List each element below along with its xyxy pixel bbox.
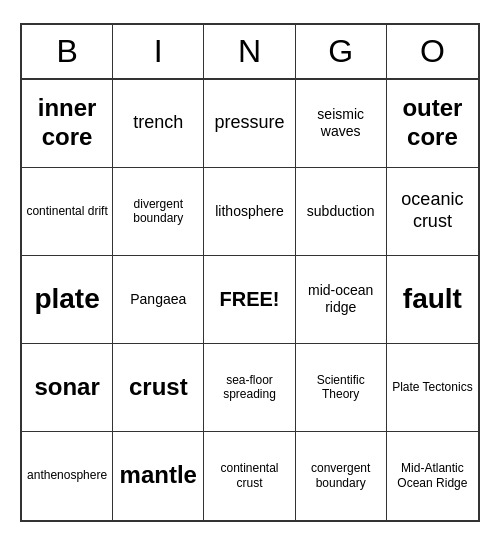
cell-text: anthenosphere — [27, 468, 107, 482]
bingo-cell: mantle — [113, 432, 204, 520]
bingo-cell: subduction — [296, 168, 387, 256]
cell-text: crust — [129, 373, 188, 402]
bingo-cell: seismic waves — [296, 80, 387, 168]
cell-text: inner core — [26, 94, 108, 152]
cell-text: Plate Tectonics — [392, 380, 473, 394]
bingo-cell: continental crust — [204, 432, 295, 520]
bingo-grid: inner coretrenchpressureseismic wavesout… — [22, 80, 478, 520]
bingo-cell: fault — [387, 256, 478, 344]
cell-text: fault — [403, 282, 462, 316]
cell-text: divergent boundary — [117, 197, 199, 226]
bingo-cell: FREE! — [204, 256, 295, 344]
cell-text: oceanic crust — [391, 189, 474, 232]
bingo-cell: lithosphere — [204, 168, 295, 256]
bingo-cell: sea-floor spreading — [204, 344, 295, 432]
cell-text: plate — [34, 282, 99, 316]
cell-text: Mid-Atlantic Ocean Ridge — [391, 461, 474, 490]
cell-text: continental drift — [26, 204, 107, 218]
cell-text: outer core — [391, 94, 474, 152]
header-letter: G — [296, 25, 387, 78]
cell-text: convergent boundary — [300, 461, 382, 490]
header-letter: N — [204, 25, 295, 78]
cell-text: mantle — [120, 461, 197, 490]
bingo-card: BINGO inner coretrenchpressureseismic wa… — [20, 23, 480, 522]
cell-text: lithosphere — [215, 203, 284, 220]
bingo-cell: plate — [22, 256, 113, 344]
bingo-cell: Mid-Atlantic Ocean Ridge — [387, 432, 478, 520]
cell-text: seismic waves — [300, 106, 382, 140]
header-letter: B — [22, 25, 113, 78]
bingo-cell: crust — [113, 344, 204, 432]
bingo-cell: convergent boundary — [296, 432, 387, 520]
cell-text: trench — [133, 112, 183, 134]
bingo-cell: Plate Tectonics — [387, 344, 478, 432]
bingo-header: BINGO — [22, 25, 478, 80]
bingo-cell: Scientific Theory — [296, 344, 387, 432]
bingo-cell: inner core — [22, 80, 113, 168]
cell-text: pressure — [214, 112, 284, 134]
cell-text: sonar — [34, 373, 99, 402]
cell-text: sea-floor spreading — [208, 373, 290, 402]
bingo-cell: trench — [113, 80, 204, 168]
bingo-cell: oceanic crust — [387, 168, 478, 256]
bingo-cell: Pangaea — [113, 256, 204, 344]
cell-text: Pangaea — [130, 291, 186, 308]
bingo-cell: pressure — [204, 80, 295, 168]
cell-text: FREE! — [219, 287, 279, 311]
header-letter: O — [387, 25, 478, 78]
header-letter: I — [113, 25, 204, 78]
cell-text: Scientific Theory — [300, 373, 382, 402]
cell-text: continental crust — [208, 461, 290, 490]
cell-text: subduction — [307, 203, 375, 220]
bingo-cell: mid-ocean ridge — [296, 256, 387, 344]
bingo-cell: sonar — [22, 344, 113, 432]
bingo-cell: divergent boundary — [113, 168, 204, 256]
bingo-cell: anthenosphere — [22, 432, 113, 520]
cell-text: mid-ocean ridge — [300, 282, 382, 316]
bingo-cell: continental drift — [22, 168, 113, 256]
bingo-cell: outer core — [387, 80, 478, 168]
